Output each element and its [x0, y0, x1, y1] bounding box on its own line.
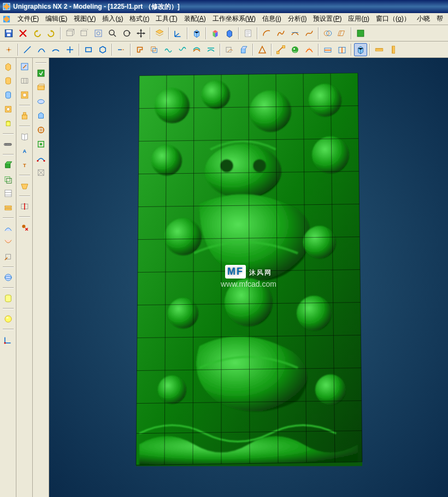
undo-icon[interactable] [31, 27, 44, 40]
zoom-icon[interactable] [106, 27, 119, 40]
rod-icon[interactable] [2, 138, 15, 151]
menu-文件[interactable]: 文件(F) [14, 13, 42, 25]
intersect-icon[interactable] [321, 27, 334, 40]
sweep2-icon[interactable] [2, 236, 15, 249]
delete-point-icon[interactable] [18, 221, 31, 234]
face-edit-icon[interactable] [18, 60, 31, 73]
section-icon[interactable] [321, 43, 334, 56]
text-icon[interactable]: A [18, 144, 31, 157]
spline-icon[interactable] [303, 27, 316, 40]
pocket2-icon[interactable] [18, 179, 31, 192]
section2-icon[interactable] [335, 43, 349, 56]
deviation-icon[interactable] [303, 43, 316, 56]
wave2-icon[interactable] [176, 43, 189, 56]
svg-rect-3 [7, 30, 11, 33]
text2-icon[interactable]: T [18, 158, 31, 171]
menu-窗口（[interactable]: 窗口（(o)） [373, 13, 414, 25]
save-icon[interactable] [2, 27, 15, 40]
tri-icon[interactable] [256, 43, 269, 56]
color-cube-icon[interactable] [209, 27, 222, 40]
rotate-icon[interactable] [120, 27, 133, 40]
menu-应用[interactable]: 应用(n) [345, 13, 373, 25]
grn4-icon[interactable] [34, 109, 48, 122]
hidden-view-icon[interactable] [78, 27, 91, 40]
offset-curve-icon[interactable] [148, 43, 161, 56]
wireframe-icon[interactable] [63, 27, 76, 40]
datum-icon[interactable] [2, 333, 15, 346]
measure-dist-icon[interactable] [274, 43, 287, 56]
wave3-icon[interactable] [190, 43, 203, 56]
menu-小晓[interactable]: 小晓 [414, 13, 433, 25]
sheet-icon[interactable] [241, 27, 255, 40]
grn1-icon[interactable] [34, 67, 48, 80]
blue-cube-icon[interactable] [223, 27, 236, 40]
grn7-icon[interactable] [34, 152, 48, 165]
sphere-prim-icon[interactable] [2, 312, 15, 326]
sketch-curve-icon[interactable] [35, 43, 48, 56]
wave4-icon[interactable] [204, 43, 217, 56]
project-icon[interactable] [335, 27, 349, 40]
cylinder2-icon[interactable] [2, 88, 15, 102]
sweep-icon[interactable] [2, 222, 15, 235]
fit-icon[interactable] [92, 27, 105, 40]
menu-视图[interactable]: 视图(V) [70, 13, 99, 25]
grn8-icon[interactable] [34, 166, 48, 179]
pocket-icon[interactable] [18, 88, 31, 102]
ruler-v-icon[interactable] [387, 43, 400, 56]
split-icon[interactable] [18, 200, 31, 213]
arc2-icon[interactable] [49, 43, 62, 56]
trim-icon[interactable] [115, 43, 128, 56]
sphere-icon[interactable] [2, 271, 15, 284]
menu-工具[interactable]: 工具(T) [152, 13, 180, 25]
menu-分析[interactable]: 分析(l) [285, 13, 310, 25]
menu-信息[interactable]: 信息(i) [259, 13, 285, 25]
line-icon[interactable] [21, 43, 34, 56]
cylinder-yel-icon[interactable] [2, 117, 15, 130]
cylinder-icon[interactable] [2, 74, 15, 87]
delete-x-icon[interactable] [16, 27, 30, 40]
block-icon[interactable] [2, 60, 15, 73]
tangent-icon[interactable] [288, 27, 302, 40]
menu-装配[interactable]: 装配(A) [181, 13, 209, 25]
boss-small-icon[interactable] [18, 109, 31, 122]
box-curve-icon[interactable] [223, 43, 236, 56]
grn5-icon[interactable] [34, 123, 48, 137]
offset-face-icon[interactable] [2, 173, 15, 186]
layer-icon[interactable] [153, 27, 166, 40]
thicken-icon[interactable] [2, 201, 15, 214]
redo-icon[interactable] [45, 27, 58, 40]
wave-icon[interactable] [162, 43, 175, 56]
menu-帮[interactable]: 帮 [433, 13, 446, 25]
dragon-icon[interactable] [288, 43, 302, 56]
curve-s-icon[interactable] [274, 27, 287, 40]
sheet-body-icon[interactable] [2, 187, 15, 200]
menu-格式[interactable]: 格式(r) [126, 13, 152, 25]
grn2-icon[interactable] [34, 81, 48, 94]
grn6-icon[interactable] [34, 138, 48, 151]
extrude-box-icon[interactable] [2, 158, 15, 171]
menu-编辑[interactable]: 编辑(E) [42, 13, 70, 25]
book-icon[interactable] [18, 130, 31, 143]
viewport-3d[interactable]: MF沐风网 www.mfcad.com [49, 58, 448, 497]
rect-icon[interactable] [82, 43, 95, 56]
ruled-icon[interactable] [18, 74, 31, 87]
hex-icon[interactable] [96, 43, 109, 56]
cube-icon[interactable] [190, 27, 203, 40]
menu-工作坐标系[interactable]: 工作坐标系(W) [209, 13, 259, 25]
menu-预设置[interactable]: 预设置(P) [310, 13, 345, 25]
contour-icon[interactable] [133, 43, 146, 56]
hole-icon[interactable] [2, 103, 15, 116]
shade-box-icon[interactable] [354, 43, 367, 56]
wcs-icon[interactable] [172, 27, 185, 40]
cross-icon[interactable] [63, 43, 76, 56]
analyze-green-icon[interactable] [354, 27, 367, 40]
ruler-h-icon[interactable] [373, 43, 386, 56]
pan-icon[interactable] [134, 27, 148, 40]
point-icon[interactable] [2, 43, 15, 56]
grn3-icon[interactable] [34, 95, 48, 108]
cylinder-prim-icon[interactable] [2, 292, 15, 305]
arc-icon[interactable] [260, 27, 273, 40]
scale-icon[interactable] [2, 250, 15, 263]
extrude-icon[interactable] [237, 43, 250, 56]
menu-插入[interactable]: 插入(s) [99, 13, 126, 25]
